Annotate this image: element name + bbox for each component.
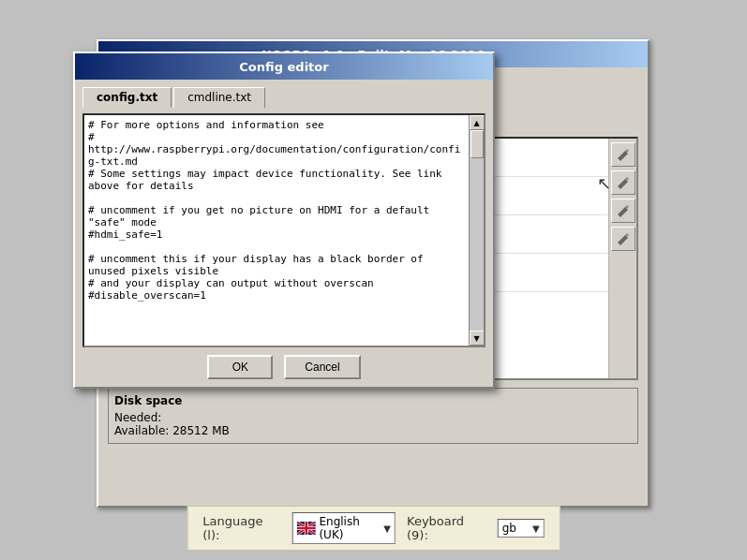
disk-space-section: Disk space Needed: Available: 28512 MB: [108, 388, 638, 444]
ok-button[interactable]: OK: [207, 355, 273, 379]
right-icon-2[interactable]: [611, 170, 635, 195]
keyboard-value: gb: [502, 522, 516, 535]
right-icon-4[interactable]: [611, 227, 635, 251]
language-value: English (UK): [319, 515, 383, 541]
pencil2-icon: [616, 175, 631, 190]
keyboard-dropdown-arrow: ▼: [532, 523, 540, 534]
config-textarea-wrapper: # For more options and information see #…: [82, 113, 486, 347]
tab-cmdline-txt[interactable]: cmdline.txt: [173, 87, 265, 108]
disk-available: Available: 28512 MB: [114, 424, 632, 437]
tab-config-txt[interactable]: config.txt: [82, 87, 172, 108]
scroll-up-button[interactable]: ▲: [470, 115, 485, 130]
keyboard-dropdown[interactable]: gb ▼: [498, 519, 545, 538]
language-dropdown-arrow: ▼: [383, 523, 391, 534]
language-label: Language (l):: [202, 514, 280, 542]
keyboard-label: Keyboard (9):: [407, 514, 486, 542]
pencil3-icon: [616, 203, 631, 218]
config-textarea[interactable]: # For more options and information see #…: [84, 115, 469, 346]
config-dialog-title: Config editor: [239, 60, 328, 74]
config-tab-bar: config.txt cmdline.txt: [82, 87, 486, 108]
language-dropdown-wrapper: English (UK) ▼: [291, 512, 396, 544]
bottom-bar: Language (l): English (UK) ▼ Keyboard (9…: [187, 506, 560, 551]
pencil4-icon: [616, 231, 631, 246]
scroll-down-button[interactable]: ▼: [470, 331, 485, 346]
disk-space-title: Disk space: [114, 394, 632, 407]
scrollbar-track[interactable]: [470, 130, 484, 331]
right-icons-panel: [608, 139, 636, 378]
language-dropdown[interactable]: English (UK) ▼: [291, 512, 396, 544]
config-dialog-content: config.txt cmdline.txt # For more option…: [75, 80, 493, 387]
config-scrollbar[interactable]: ▲ ▼: [469, 115, 484, 346]
config-dialog: Config editor config.txt cmdline.txt # F…: [73, 52, 495, 389]
config-dialog-titlebar: Config editor: [75, 53, 493, 80]
scrollbar-thumb[interactable]: [471, 130, 484, 158]
right-icon-1[interactable]: [611, 142, 635, 167]
uk-flag-icon: [296, 522, 315, 535]
keyboard-dropdown-wrapper: gb ▼: [498, 519, 545, 538]
right-icon-3[interactable]: [611, 199, 635, 223]
cancel-button[interactable]: Cancel: [284, 355, 360, 379]
disk-needed: Needed:: [114, 411, 632, 424]
pencil-icon: [616, 147, 631, 162]
config-button-row: OK Cancel: [82, 355, 486, 379]
